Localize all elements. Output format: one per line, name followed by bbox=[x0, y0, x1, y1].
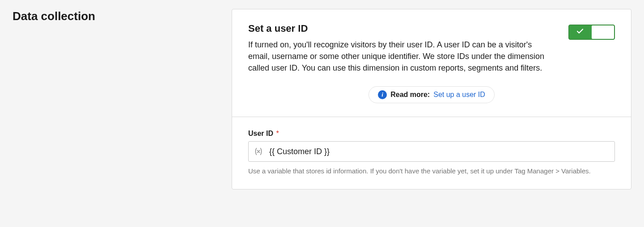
user-id-help: Use a variable that stores id informatio… bbox=[248, 166, 615, 176]
info-icon: i bbox=[378, 90, 387, 99]
required-marker: * bbox=[276, 130, 279, 137]
user-id-label: User ID bbox=[248, 130, 273, 138]
readmore-pill: i Read more: Set up a user ID bbox=[369, 86, 495, 103]
user-id-input[interactable] bbox=[248, 141, 615, 162]
readmore-link[interactable]: Set up a user ID bbox=[433, 91, 485, 99]
readmore-label: Read more: bbox=[390, 91, 430, 99]
card-title: Set a user ID bbox=[248, 23, 555, 34]
settings-card: Set a user ID If turned on, you'll recog… bbox=[232, 9, 631, 189]
toggle-thumb bbox=[592, 25, 614, 39]
user-id-toggle[interactable] bbox=[568, 25, 615, 40]
check-icon bbox=[576, 27, 584, 37]
card-description: If turned on, you'll recognize visitors … bbox=[248, 39, 555, 74]
section-title: Data collection bbox=[13, 9, 232, 24]
variable-icon bbox=[254, 147, 263, 156]
